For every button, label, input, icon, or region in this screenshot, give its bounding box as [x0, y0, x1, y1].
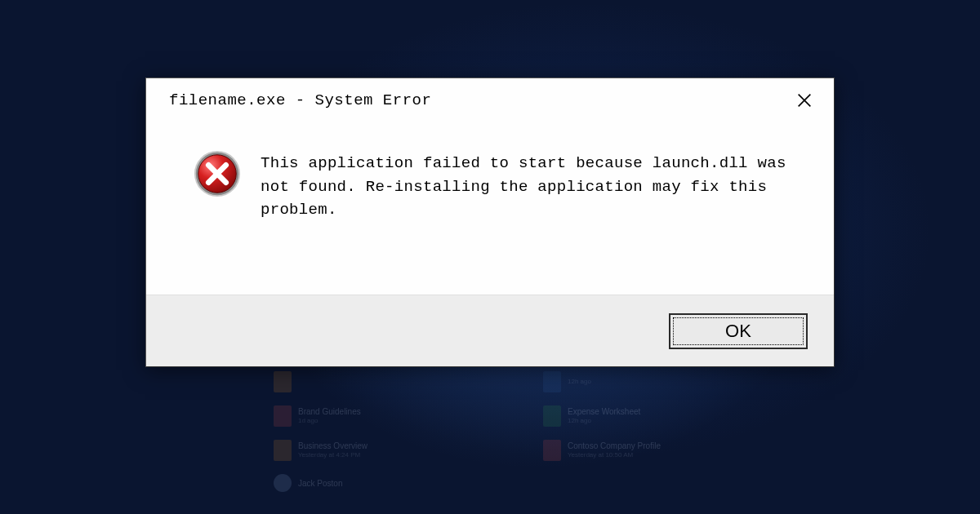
ok-button[interactable]: OK — [669, 313, 808, 349]
list-item[interactable]: Brand Guidelines 1d ago — [274, 405, 437, 427]
list-item[interactable]: 12h ago — [543, 371, 706, 392]
desktop-column-left: Brand Guidelines 1d ago Business Overvie… — [274, 371, 437, 492]
close-icon — [795, 91, 813, 109]
avatar — [274, 474, 292, 492]
file-subtext: 12h ago — [568, 378, 591, 386]
list-item[interactable]: Expense Worksheet 12h ago — [543, 405, 706, 427]
file-icon — [543, 371, 561, 392]
dialog-title: filename.exe - System Error — [169, 91, 431, 109]
file-subtext: Yesterday at 4:24 PM — [298, 451, 368, 459]
file-subtext: 1d ago — [298, 417, 361, 425]
file-icon — [543, 440, 561, 461]
file-name: Contoso Company Profile — [568, 441, 661, 451]
close-button[interactable] — [790, 86, 819, 115]
ok-button-label: OK — [725, 321, 751, 342]
file-icon — [274, 440, 292, 461]
user-profile[interactable]: Jack Poston — [274, 474, 437, 492]
file-icon — [543, 405, 561, 427]
dialog-titlebar[interactable]: filename.exe - System Error — [146, 78, 834, 122]
file-subtext: 12h ago — [568, 417, 640, 425]
user-name: Jack Poston — [298, 479, 342, 488]
file-subtext: Yesterday at 10:50 AM — [568, 451, 661, 459]
desktop-files-area: Brand Guidelines 1d ago Business Overvie… — [0, 371, 980, 492]
list-item[interactable] — [274, 371, 437, 392]
file-name: Brand Guidelines — [298, 407, 361, 417]
error-dialog: filename.exe - System Error — [145, 78, 835, 367]
list-item[interactable]: Contoso Company Profile Yesterday at 10:… — [543, 440, 706, 461]
dialog-content: This application failed to start because… — [146, 122, 834, 295]
file-name: Business Overview — [298, 441, 368, 451]
dialog-footer: OK — [146, 295, 834, 366]
file-icon — [274, 371, 292, 392]
error-message: This application failed to start because… — [261, 147, 804, 222]
desktop-column-right: 12h ago Expense Worksheet 12h ago Contos… — [543, 371, 706, 492]
list-item[interactable]: Business Overview Yesterday at 4:24 PM — [274, 440, 437, 461]
file-icon — [274, 405, 292, 427]
error-icon — [192, 148, 243, 199]
file-name: Expense Worksheet — [568, 407, 640, 417]
